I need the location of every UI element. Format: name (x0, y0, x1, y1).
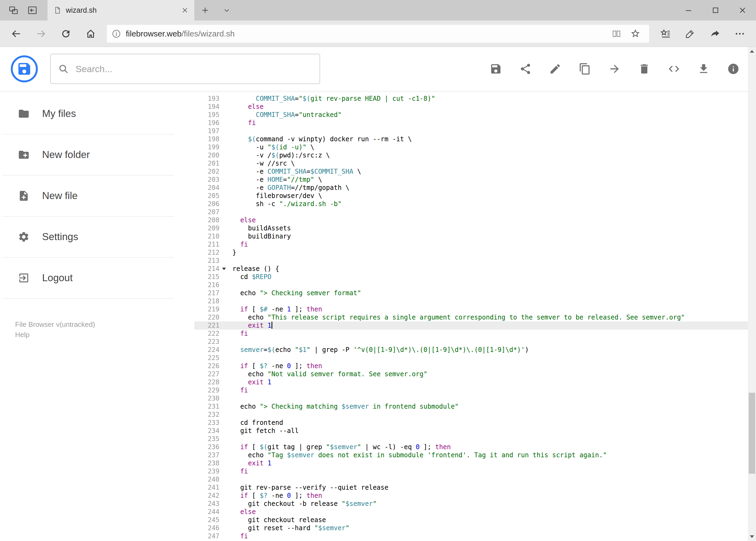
code-line[interactable]: 208 else (194, 216, 756, 224)
code-line[interactable]: 195 COMMIT_SHA="untracked" (194, 111, 756, 119)
code-line[interactable]: 234 git fetch --all (194, 427, 756, 435)
search-input[interactable] (75, 64, 313, 75)
forward-button[interactable] (29, 22, 54, 45)
code-line[interactable]: 243 git checkout -b release "$semver" (194, 500, 756, 508)
code-line[interactable]: 230 (194, 394, 756, 402)
share-file-button[interactable] (519, 62, 532, 75)
code-line[interactable]: 221 exit 1 (194, 321, 756, 329)
code-line[interactable]: 199 -u "$(id -u)" \ (194, 143, 756, 151)
code-line[interactable]: 244 else (194, 508, 756, 516)
code-line[interactable]: 246 git reset --hard "$semver" (194, 524, 756, 532)
new-tab-button[interactable] (194, 0, 216, 21)
scrollbar[interactable] (748, 47, 756, 541)
delete-button[interactable] (638, 62, 651, 75)
sidebar-item-settings[interactable]: Settings (3, 217, 174, 258)
copy-button[interactable] (579, 62, 591, 75)
sidebar-item-new-folder[interactable]: New folder (3, 135, 174, 176)
info-button[interactable] (727, 62, 740, 75)
code-line[interactable]: 235 (194, 435, 756, 443)
tabs-preview-icon[interactable] (8, 5, 19, 16)
code-line[interactable]: 197 (194, 127, 756, 135)
favorite-star-icon[interactable] (626, 28, 645, 39)
code-line[interactable]: 241 git rev-parse --verify --quiet relea… (194, 483, 756, 492)
code-line[interactable]: 204 -e GOPATH=//tmp/gopath \ (194, 184, 756, 192)
code-line[interactable]: 206 sh -c "./wizard.sh -b" (194, 200, 756, 208)
web-note-pen-icon[interactable] (678, 22, 702, 45)
code-line[interactable]: 202 -e COMMIT_SHA=$COMMIT_SHA \ (194, 168, 756, 176)
save-button[interactable] (489, 62, 502, 75)
more-options-icon[interactable] (727, 22, 752, 45)
code-line[interactable]: 193 COMMIT_SHA="$(git rev-parse HEAD | c… (194, 95, 756, 103)
site-info-icon[interactable] (111, 29, 122, 39)
favorites-hub-icon[interactable] (653, 22, 678, 45)
code-line[interactable]: 242 if [ $? -ne 0 ]; then (194, 492, 756, 500)
url-text[interactable]: filebrowser.web/files/wizard.sh (126, 29, 607, 38)
code-line[interactable]: 232 (194, 410, 756, 419)
code-line[interactable]: 211 fi (194, 241, 756, 249)
fold-arrow-icon[interactable] (222, 268, 226, 270)
code-line[interactable]: 194 else (194, 103, 756, 111)
code-line[interactable]: 233 cd frontend (194, 419, 756, 427)
code-line[interactable]: 222 fi (194, 329, 756, 337)
code-line[interactable]: 227 echo "Not valid semver format. See s… (194, 370, 756, 378)
edit-button[interactable] (549, 62, 562, 75)
code-line[interactable]: 226 if [ $? -ne 0 ]; then (194, 362, 756, 370)
code-view-button[interactable] (667, 62, 680, 75)
code-line[interactable]: 215 cd $REPO (194, 273, 756, 281)
code-line[interactable]: 214release () { (194, 265, 756, 273)
code-line[interactable]: 198 $(command -v winpty) docker run --rm… (194, 135, 756, 143)
code-line[interactable]: 203 -e HOME="//tmp" \ (194, 176, 756, 184)
code-line[interactable]: 245 git checkout release (194, 516, 756, 524)
address-bar[interactable]: filebrowser.web/files/wizard.sh (107, 25, 649, 43)
sidebar-item-my-files[interactable]: My files (3, 94, 174, 135)
filebrowser-logo[interactable] (11, 55, 38, 82)
code-line[interactable]: 213 (194, 257, 756, 265)
search-box[interactable] (50, 54, 320, 84)
help-link[interactable]: Help (15, 329, 194, 340)
scroll-down-icon[interactable] (748, 532, 756, 541)
tab-list-dropdown[interactable] (216, 0, 237, 21)
set-tabs-aside-icon[interactable] (27, 5, 38, 16)
code-line[interactable]: 231 echo "> Checking matching $semver in… (194, 402, 756, 410)
move-button[interactable] (608, 62, 621, 75)
code-line[interactable]: 201 -w //src \ (194, 159, 756, 168)
close-tab-icon[interactable] (181, 7, 188, 14)
back-button[interactable] (4, 22, 29, 45)
download-button[interactable] (697, 62, 710, 75)
code-line[interactable]: 210 buildBinary (194, 232, 756, 241)
code-line[interactable]: 220 echo "This release script requires a… (194, 313, 756, 321)
scroll-up-icon[interactable] (748, 47, 756, 56)
code-line[interactable]: 216 (194, 281, 756, 289)
minimize-button[interactable] (675, 0, 702, 21)
code-line[interactable]: 247 fi (194, 532, 756, 540)
code-line[interactable]: 209 buildAssets (194, 224, 756, 232)
code-line[interactable]: 239 fi (194, 467, 756, 475)
close-window-button[interactable] (729, 0, 756, 21)
code-line[interactable]: 212} (194, 249, 756, 257)
code-line[interactable]: 217 echo "> Checking semver format" (194, 289, 756, 297)
reading-view-icon[interactable] (607, 29, 626, 39)
code-editor[interactable]: 193 COMMIT_SHA="$(git rev-parse HEAD | c… (194, 91, 756, 541)
code-line[interactable]: 238 exit 1 (194, 459, 756, 467)
sidebar-item-new-file[interactable]: New file (3, 176, 174, 217)
code-line[interactable]: 219 if [ $# -ne 1 ]; then (194, 305, 756, 313)
code-line[interactable]: 229 fi (194, 386, 756, 394)
scrollbar-thumb[interactable] (749, 393, 755, 474)
code-line[interactable]: 237 echo "Tag $semver does not exist in … (194, 451, 756, 459)
code-line[interactable]: 200 -v /$(pwd):/src:z \ (194, 151, 756, 159)
code-line[interactable]: 240 (194, 475, 756, 483)
code-line[interactable]: 218 (194, 297, 756, 305)
maximize-button[interactable] (702, 0, 729, 21)
sidebar-item-logout[interactable]: Logout (3, 258, 174, 299)
refresh-button[interactable] (54, 22, 78, 45)
code-line[interactable]: 236 if [ $(git tag | grep "$semver" | wc… (194, 443, 756, 451)
code-line[interactable]: 223 (194, 337, 756, 346)
share-icon[interactable] (702, 22, 727, 45)
code-line[interactable]: 225 (194, 354, 756, 362)
code-line[interactable]: 224 semver=$(echo "$1" | grep -P '^v(0|[… (194, 346, 756, 354)
home-button[interactable] (78, 22, 103, 45)
code-line[interactable]: 205 filebrowser/dev \ (194, 192, 756, 200)
tab-wizard-sh[interactable]: wizard.sh (48, 0, 194, 21)
code-line[interactable]: 228 exit 1 (194, 378, 756, 386)
code-line[interactable]: 207 (194, 208, 756, 216)
